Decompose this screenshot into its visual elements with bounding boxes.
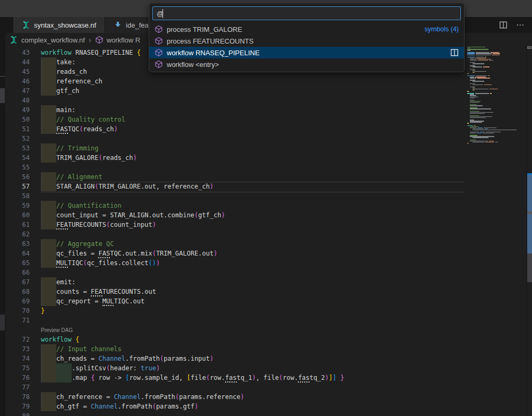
code-line[interactable]: FASTQC(reads_ch): [41, 124, 466, 134]
code-line[interactable]: qc_report = MULTIQC.out: [41, 296, 466, 306]
code-line[interactable]: [41, 163, 466, 172]
code-line[interactable]: ch_reads = Channel.fromPath(params.input…: [41, 354, 466, 363]
line-number[interactable]: 57: [5, 182, 30, 191]
quickpick-item[interactable]: workflow RNASEQ_PIPELINE: [149, 47, 464, 58]
minimap-segment: [473, 72, 475, 73]
line-number[interactable]: 65: [5, 258, 30, 268]
code-line[interactable]: // Alignment: [41, 172, 466, 182]
quick-open-input[interactable]: [157, 10, 457, 18]
code-area[interactable]: workflow RNASEQ_PIPELINE {take:reads_chr…: [41, 48, 466, 416]
code-line[interactable]: STAR_ALIGN(TRIM_GALORE.out, reference_ch…: [41, 182, 466, 191]
code-line[interactable]: reference_ch: [41, 77, 466, 86]
line-number[interactable]: 55: [5, 163, 30, 172]
code-line[interactable]: [41, 96, 466, 105]
line-number[interactable]: 69: [5, 296, 30, 306]
line-number[interactable]: 70: [5, 306, 30, 316]
token: MULTIQC: [102, 298, 130, 306]
token: FASTQC: [98, 250, 121, 258]
split-editor-icon[interactable]: [499, 21, 508, 29]
tab-syntax-showcase[interactable]: syntax_showcase.nf: [13, 17, 105, 33]
code-line[interactable]: [41, 383, 466, 392]
code-line[interactable]: [41, 411, 466, 416]
code-lens[interactable]: Preview DAG: [41, 325, 466, 335]
code-line[interactable]: gtf_ch: [41, 86, 466, 96]
code-line[interactable]: // Quantification: [41, 201, 466, 210]
line-number[interactable]: 61: [5, 220, 30, 230]
line-number[interactable]: 68: [5, 287, 30, 296]
line-number[interactable]: 78: [5, 392, 30, 402]
line-number[interactable]: 64: [5, 249, 30, 258]
line-number[interactable]: 73: [5, 344, 30, 354]
gutter[interactable]: 4344454647484950515253545556575859606162…: [5, 48, 30, 416]
code-line[interactable]: FEATURECOUNTS(count_input): [41, 220, 466, 230]
line-number[interactable]: 67: [5, 277, 30, 287]
breadcrumb-file[interactable]: complex_workflow.nf: [21, 36, 85, 44]
code-line[interactable]: [41, 134, 466, 143]
code-line[interactable]: MULTIQC(qc_files.collect()): [41, 258, 466, 268]
code-line[interactable]: TRIM_GALORE(reads_ch): [41, 153, 466, 163]
line-number[interactable]: 74: [5, 354, 30, 363]
line-number[interactable]: 44: [5, 57, 30, 67]
code-line[interactable]: ch_reference = Channel.fromPath(params.r…: [41, 392, 466, 402]
quickpick-item[interactable]: workflow <entry>: [149, 58, 464, 70]
quickpick-item[interactable]: process TRIM_GALOREsymbols (4): [149, 23, 464, 35]
line-number[interactable]: 62: [5, 230, 30, 239]
hint-underline: fas: [298, 374, 310, 383]
code-line[interactable]: [41, 316, 466, 325]
code-line[interactable]: ch_gtf = Channel.fromPath(params.gtf): [41, 402, 466, 411]
line-number[interactable]: 53: [5, 143, 30, 153]
code-line[interactable]: // Aggregate QC: [41, 239, 466, 249]
line-number[interactable]: 49: [5, 105, 30, 115]
open-to-side-icon[interactable]: [450, 48, 459, 57]
line-number[interactable]: 59: [5, 201, 30, 210]
code-line[interactable]: main:: [41, 105, 466, 115]
code-text: // Quantification: [41, 202, 122, 209]
code-line[interactable]: // Trimming: [41, 143, 466, 153]
line-number[interactable]: 79: [5, 402, 30, 411]
line-number[interactable]: 72: [5, 335, 30, 344]
breadcrumb-symbol[interactable]: workflow R: [107, 36, 141, 44]
token: {: [137, 49, 141, 56]
line-number[interactable]: 46: [5, 77, 30, 86]
quickpick-item[interactable]: process FEATURECOUNTS: [149, 35, 464, 47]
line-number[interactable]: 52: [5, 134, 30, 143]
scrollbar-thumb[interactable]: [527, 253, 532, 282]
line-number[interactable]: 48: [5, 96, 30, 105]
code-line[interactable]: .map { row -> [row.sample_id, [file(row.…: [41, 373, 466, 383]
code-line[interactable]: [41, 191, 466, 201]
token: qc_files =: [56, 250, 98, 257]
code-line[interactable]: .splitCsv(header: true): [41, 363, 466, 373]
quick-open-input-box[interactable]: [152, 6, 461, 20]
line-number[interactable]: 56: [5, 172, 30, 182]
line-number[interactable]: 71: [5, 316, 30, 325]
line-number[interactable]: 43: [5, 48, 30, 57]
code-line[interactable]: count_input = STAR_ALIGN.out.combine(gtf…: [41, 210, 466, 220]
code-line[interactable]: }: [41, 306, 466, 316]
code-line[interactable]: qc_files = FASTQC.out.mix(TRIM_GALORE.ou…: [41, 249, 466, 258]
code-line[interactable]: [41, 268, 466, 277]
line-number[interactable]: 60: [5, 210, 30, 220]
code-line[interactable]: // Input channels: [41, 344, 466, 354]
code-line[interactable]: workflow {: [41, 335, 466, 344]
line-number[interactable]: 58: [5, 191, 30, 201]
line-number[interactable]: 50: [5, 115, 30, 124]
code-line[interactable]: // Quality control: [41, 115, 466, 124]
line-number[interactable]: 80: [5, 411, 30, 416]
line-number[interactable]: 51: [5, 124, 30, 134]
more-actions-icon[interactable]: ⋯: [516, 20, 525, 30]
line-number[interactable]: 76: [5, 373, 30, 383]
code-line[interactable]: [41, 230, 466, 239]
line-number[interactable]: 75: [5, 363, 30, 373]
line-number[interactable]: 47: [5, 86, 30, 96]
line-number[interactable]: 77: [5, 383, 30, 392]
code-line[interactable]: emit:: [41, 277, 466, 287]
line-number[interactable]: 45: [5, 67, 30, 77]
minimap[interactable]: [467, 47, 518, 150]
scrollbar[interactable]: [527, 46, 532, 416]
token: ): [114, 125, 117, 133]
token: {: [75, 336, 79, 343]
line-number[interactable]: 63: [5, 239, 30, 249]
line-number[interactable]: 66: [5, 268, 30, 277]
code-line[interactable]: counts = FEATURECOUNTS.out: [41, 287, 466, 296]
line-number[interactable]: 54: [5, 153, 30, 163]
